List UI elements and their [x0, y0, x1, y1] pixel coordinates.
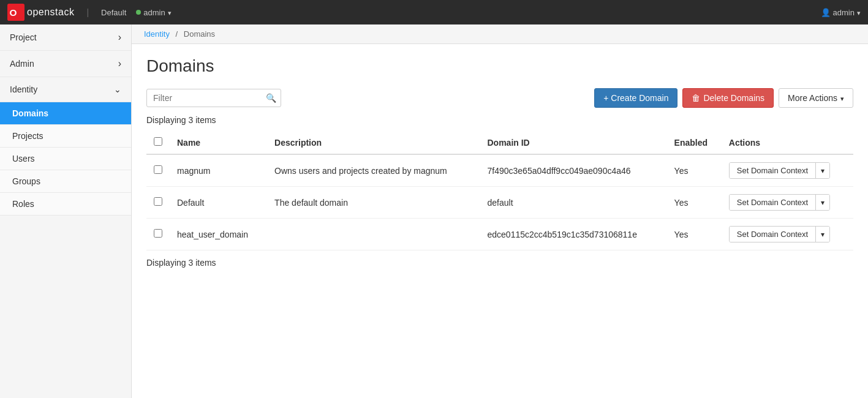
filter-input[interactable] — [146, 89, 281, 107]
sidebar-item-admin[interactable]: Admin — [0, 51, 131, 77]
sidebar-item-groups-label: Groups — [12, 176, 40, 186]
project-chevron-icon — [118, 32, 121, 43]
svg-text:O: O — [10, 7, 17, 18]
row-domain-id: edce0115c2cc4b519c1c35d73106811e — [480, 219, 667, 250]
header-description: Description — [267, 131, 480, 154]
delete-domains-button[interactable]: 🗑 Delete Domains — [682, 88, 774, 108]
toolbar: 🔍 + Create Domain 🗑 Delete Domains More … — [146, 88, 853, 108]
brand-logo[interactable]: O openstack — [7, 4, 74, 21]
status-dot — [136, 10, 141, 15]
page-title: Domains — [146, 56, 853, 76]
table-row: Default The default domain default Yes S… — [146, 187, 853, 219]
table-row: magnum Owns users and projects created b… — [146, 154, 853, 187]
main-content: Identity / Domains Domains 🔍 + Create Do… — [132, 24, 868, 398]
sidebar-item-identity[interactable]: Identity — [0, 77, 131, 102]
header-actions: Actions — [722, 131, 853, 154]
sidebar-item-roles[interactable]: Roles — [0, 193, 131, 216]
header-checkbox-col — [146, 131, 170, 154]
row-checkbox-2[interactable] — [154, 229, 162, 238]
create-domain-button[interactable]: + Create Domain — [594, 88, 677, 108]
sidebar-item-domains-label: Domains — [12, 108, 48, 118]
navbar-user-section: 👤 admin — [821, 8, 861, 17]
action-dropdown-button-2[interactable]: ▾ — [816, 227, 829, 242]
action-group-1: Set Domain Context ▾ — [729, 194, 830, 211]
row-enabled: Yes — [667, 154, 722, 187]
admin-caret-icon — [168, 8, 172, 17]
admin-chevron-icon — [118, 58, 121, 69]
delete-domains-label: Delete Domains — [703, 93, 764, 103]
set-domain-context-button-1[interactable]: Set Domain Context — [730, 195, 816, 210]
display-count-top: Displaying 3 items — [146, 115, 853, 125]
domains-table: Name Description Domain ID Enabled Actio… — [146, 131, 853, 250]
sidebar-item-groups[interactable]: Groups — [0, 170, 131, 193]
breadcrumb-identity-link[interactable]: Identity — [144, 29, 170, 39]
navbar-admin[interactable]: admin — [136, 8, 171, 17]
navbar: O openstack | Default admin 👤 admin — [0, 0, 868, 24]
row-actions: Set Domain Context ▾ — [722, 154, 853, 187]
person-icon: 👤 — [821, 8, 831, 17]
navbar-separator: | — [86, 7, 89, 17]
header-enabled: Enabled — [667, 131, 722, 154]
logo-text: openstack — [27, 7, 74, 18]
action-dropdown-button-1[interactable]: ▾ — [816, 195, 829, 210]
more-actions-button[interactable]: More Actions — [779, 88, 853, 108]
more-actions-label: More Actions — [788, 93, 837, 103]
sidebar-item-users-label: Users — [12, 154, 35, 163]
row-name: Default — [170, 187, 267, 219]
identity-chevron-icon — [114, 84, 121, 94]
row-checkbox-0[interactable] — [154, 165, 162, 174]
more-actions-caret-icon — [840, 93, 844, 103]
header-domain-id: Domain ID — [480, 131, 667, 154]
row-actions: Set Domain Context ▾ — [722, 219, 853, 250]
user-caret-icon — [857, 8, 861, 17]
filter-input-wrap: 🔍 — [146, 89, 281, 107]
row-enabled: Yes — [667, 219, 722, 250]
set-domain-context-button-2[interactable]: Set Domain Context — [730, 227, 816, 242]
breadcrumb-current: Domains — [184, 29, 215, 39]
table-header: Name Description Domain ID Enabled Actio… — [146, 131, 853, 154]
select-all-checkbox[interactable] — [154, 137, 162, 146]
row-domain-id: default — [480, 187, 667, 219]
sidebar-item-roles-label: Roles — [12, 199, 34, 209]
sidebar: Project Admin Identity Domains Projects … — [0, 24, 132, 398]
row-checkbox-1[interactable] — [154, 197, 162, 206]
row-description: The default domain — [267, 187, 480, 219]
sidebar-item-projects-label: Projects — [12, 131, 43, 141]
row-checkbox-cell — [146, 219, 170, 250]
sidebar-item-projects[interactable]: Projects — [0, 125, 131, 148]
row-checkbox-cell — [146, 187, 170, 219]
set-domain-context-button-0[interactable]: Set Domain Context — [730, 163, 816, 178]
openstack-logo-icon: O — [7, 4, 25, 21]
table-body: magnum Owns users and projects created b… — [146, 154, 853, 250]
navbar-default-label: Default — [101, 8, 126, 17]
row-actions: Set Domain Context ▾ — [722, 187, 853, 219]
display-count-bottom: Displaying 3 items — [146, 258, 853, 268]
app-body: Project Admin Identity Domains Projects … — [0, 24, 868, 398]
navbar-default[interactable]: Default — [101, 8, 126, 17]
navbar-admin-label: admin — [143, 8, 165, 17]
sidebar-item-users[interactable]: Users — [0, 148, 131, 170]
sidebar-item-project[interactable]: Project — [0, 24, 131, 51]
navbar-user-label: admin — [833, 8, 855, 17]
page-content: Domains 🔍 + Create Domain 🗑 Delete Domai… — [132, 44, 868, 280]
trash-icon: 🗑 — [692, 93, 700, 103]
header-name: Name — [170, 131, 267, 154]
table-row: heat_user_domain edce0115c2cc4b519c1c35d… — [146, 219, 853, 250]
action-group-2: Set Domain Context ▾ — [729, 226, 830, 242]
sidebar-item-domains[interactable]: Domains — [0, 102, 131, 125]
row-checkbox-cell — [146, 154, 170, 187]
row-enabled: Yes — [667, 187, 722, 219]
row-name: magnum — [170, 154, 267, 187]
breadcrumb-separator: / — [176, 29, 178, 39]
navbar-user[interactable]: 👤 admin — [821, 8, 861, 17]
sidebar-item-project-label: Project — [10, 32, 37, 42]
action-dropdown-button-0[interactable]: ▾ — [816, 163, 829, 178]
row-description — [267, 219, 480, 250]
sidebar-item-identity-label: Identity — [10, 84, 37, 94]
action-group-0: Set Domain Context ▾ — [729, 162, 830, 179]
sidebar-item-admin-label: Admin — [10, 59, 34, 69]
toolbar-left: 🔍 — [146, 89, 589, 107]
row-name: heat_user_domain — [170, 219, 267, 250]
row-domain-id: 7f490c3e65a04dff9cc049ae090c4a46 — [480, 154, 667, 187]
breadcrumb: Identity / Domains — [132, 24, 868, 44]
